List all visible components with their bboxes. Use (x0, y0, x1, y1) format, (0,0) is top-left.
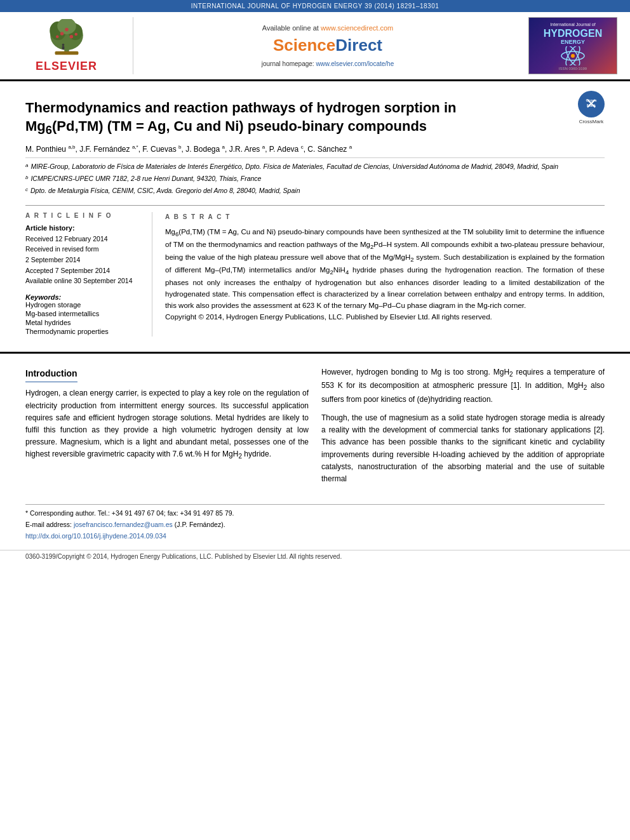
journal-cover-issn: ISSN 0360-3199 (559, 67, 587, 70)
svg-point-8 (65, 27, 69, 31)
science-direct-logo: ScienceDirect (273, 36, 382, 55)
crossmark-icon: Cross Mark (578, 91, 605, 117)
sd-url-link[interactable]: www.sciencedirect.com (321, 24, 393, 32)
abstract-text: Mg6(Pd,TM) (TM = Ag, Cu and Ni) pseudo-b… (165, 227, 605, 312)
svg-rect-11 (62, 46, 64, 50)
journal-cover-atom-icon (560, 46, 586, 65)
affil-sup-a: a (25, 162, 28, 173)
journal-citation: INTERNATIONAL JOURNAL OF HYDROGEN ENERGY… (191, 3, 439, 10)
keyword-3: Metal hydrides (25, 319, 143, 326)
svg-point-10 (74, 32, 77, 36)
intro-para-right-2: Though, the use of magnesium as a solid … (321, 412, 605, 485)
keyword-2: Mg-based intermetallics (25, 310, 143, 317)
page-header: ELSEVIER Available online at www.science… (0, 12, 630, 81)
elsevier-logo: ELSEVIER (36, 19, 97, 73)
journal-homepage: journal homepage: www.elsevier.com/locat… (262, 60, 394, 67)
svg-point-6 (60, 32, 64, 36)
abstract-label: A B S T R A C T (165, 212, 605, 222)
svg-point-12 (62, 43, 64, 46)
history-revised-label: Received in revised form (25, 244, 143, 254)
bottom-copyright-bar: 0360-3199/Copyright © 2014, Hydrogen Ene… (0, 550, 630, 563)
crossmark-badge[interactable]: Cross Mark CrossMark (578, 91, 605, 124)
history-accepted: Accepted 7 September 2014 (25, 266, 143, 276)
affiliations-section: a MIRE-Group, Laboratorio de Física de M… (25, 157, 605, 197)
keyword-1: Hydrogen storage (25, 301, 143, 309)
journal-homepage-link[interactable]: www.elsevier.com/locate/he (316, 60, 394, 67)
journal-cover-section: International Journal of HYDROGEN ENERGY… (522, 17, 624, 74)
intro-col-left: Introduction Hydrogen, a clean energy ca… (25, 366, 309, 491)
intro-para-1: Hydrogen, a clean energy carrier, is exp… (25, 387, 309, 462)
available-online-text: Available online at www.sciencedirect.co… (262, 24, 393, 32)
affiliation-b: b ICMPE/CNRS-UPEC UMR 7182, 2-8 rue Henr… (25, 174, 605, 185)
svg-rect-1 (55, 51, 78, 55)
footnote-corresponding: * Corresponding author. Tel.: +34 91 497… (25, 509, 605, 519)
copyright-notice: Copyright © 2014, Hydrogen Energy Public… (165, 312, 605, 323)
elsevier-brand-text: ELSEVIER (36, 60, 97, 73)
authors-line: M. Ponthieu a,b, J.F. Fernández a,*, F. … (25, 144, 605, 154)
history-received: Received 12 February 2014 (25, 234, 143, 244)
introduction-heading: Introduction (25, 366, 77, 382)
journal-cover-title-big: HYDROGEN (544, 29, 602, 39)
sd-direct-text: Direct (335, 36, 382, 55)
journal-cover-title-energy: ENERGY (561, 39, 585, 45)
journal-header-bar: INTERNATIONAL JOURNAL OF HYDROGEN ENERGY… (0, 0, 630, 12)
svg-point-7 (69, 34, 73, 38)
introduction-section: Introduction Hydrogen, a clean energy ca… (0, 366, 630, 491)
article-title: Thermodynamics and reaction pathways of … (25, 99, 508, 138)
affil-text-a: MIRE-Group, Laboratorio de Física de Mat… (30, 162, 558, 173)
footnotes-section: * Corresponding author. Tel.: +34 91 497… (25, 504, 605, 541)
affil-sup-b: b (25, 174, 28, 185)
footnote-email-link[interactable]: josefrancisco.fernandez@uam.es (74, 521, 173, 528)
doi-link[interactable]: http://dx.doi.org/10.1016/j.ijhydene.201… (25, 532, 166, 540)
keywords-section: Keywords: Hydrogen storage Mg-based inte… (25, 293, 143, 335)
bottom-copyright-text: 0360-3199/Copyright © 2014, Hydrogen Ene… (25, 553, 342, 560)
intro-para-right-1: However, hydrogen bonding to Mg is too s… (321, 366, 605, 406)
main-content: Cross Mark CrossMark Thermodynamics and … (0, 81, 630, 343)
affiliation-c: c Dpto. de Metalurgia Física, CENIM, CSI… (25, 186, 605, 197)
crossmark-svg-icon: Cross Mark (582, 94, 601, 113)
elsevier-tree-icon (41, 19, 92, 57)
article-info-abstract-section: A R T I C L E I N F O Article history: R… (25, 205, 605, 337)
crossmark-label: CrossMark (578, 119, 605, 124)
sd-science-text: Science (273, 36, 335, 55)
footnote-email: E-mail address: josefrancisco.fernandez@… (25, 520, 605, 530)
svg-point-9 (55, 35, 58, 38)
history-available: Available online 30 September 2014 (25, 276, 143, 286)
science-direct-section: Available online at www.sciencedirect.co… (133, 17, 522, 74)
svg-point-16 (571, 54, 575, 58)
article-info-panel: A R T I C L E I N F O Article history: R… (25, 212, 152, 337)
journal-cover-image: International Journal of HYDROGEN ENERGY… (528, 17, 617, 74)
footnote-doi: http://dx.doi.org/10.1016/j.ijhydene.201… (25, 531, 605, 542)
history-label: Article history: (25, 224, 143, 232)
article-info-label: A R T I C L E I N F O (25, 212, 143, 219)
affil-text-b: ICMPE/CNRS-UPEC UMR 7182, 2-8 rue Henri … (30, 174, 261, 185)
affiliation-a: a MIRE-Group, Laboratorio de Física de M… (25, 162, 605, 173)
elsevier-logo-section: ELSEVIER (6, 17, 133, 74)
affil-text-c: Dpto. de Metalurgia Física, CENIM, CSIC,… (30, 186, 300, 197)
keyword-4: Thermodynamic properties (25, 328, 143, 335)
affil-sup-c: c (25, 186, 28, 197)
history-revised-date: 2 September 2014 (25, 255, 143, 265)
intro-col-right: However, hydrogen bonding to Mg is too s… (321, 366, 605, 491)
section-divider-thick (0, 352, 630, 354)
keywords-label: Keywords: (25, 293, 143, 301)
abstract-panel: A B S T R A C T Mg6(Pd,TM) (TM = Ag, Cu … (165, 212, 605, 337)
